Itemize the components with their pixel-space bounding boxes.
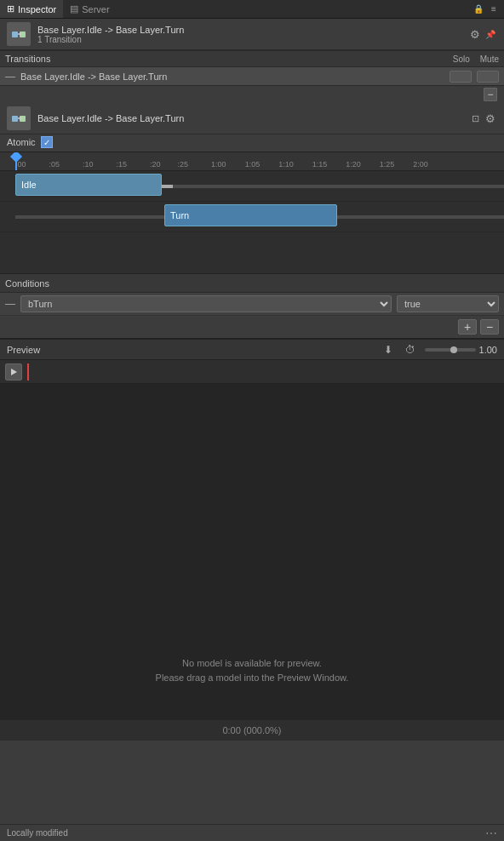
no-model-line1: No model is available for preview. xyxy=(156,656,349,672)
transition-row[interactable]: — Base Layer.Idle -> Base Layer.Turn xyxy=(0,67,504,86)
sub-panel-transition-icon xyxy=(7,106,31,130)
ruler-label-3: :15 xyxy=(117,160,128,169)
mute-label: Mute xyxy=(480,54,499,64)
ruler-labels: :00 :05 :10 :15 :20 :25 1:00 1:05 1:10 1… xyxy=(0,152,447,169)
clip-turn-label: Turn xyxy=(170,210,189,220)
conditions-label: Conditions xyxy=(5,278,49,289)
inspector-tab-icon: ⊞ xyxy=(7,3,14,14)
tab-bar: ⊞ Inspector ▤ Server 🔒 ≡ xyxy=(0,0,504,19)
header-text: Base Layer.Idle -> Base Layer.Turn 1 Tra… xyxy=(37,25,461,44)
condition-buttons: + − xyxy=(0,316,504,338)
header-title: Base Layer.Idle -> Base Layer.Turn xyxy=(37,25,461,35)
track-row-2: Turn xyxy=(0,202,504,232)
sub-panel-header: Base Layer.Idle -> Base Layer.Turn ⊡ ⚙ xyxy=(0,103,504,134)
tab-bar-right-icons: 🔒 ≡ xyxy=(472,3,501,16)
sub-panel-right-icons: ⊡ ⚙ xyxy=(468,112,497,125)
tab-inspector-label: Inspector xyxy=(18,4,56,14)
preview-canvas: No model is available for preview. Pleas… xyxy=(0,384,504,720)
preview-speed-control: 1.00 xyxy=(425,345,497,355)
ruler-label-6: 1:00 xyxy=(211,160,226,169)
sub-panel-gear-icon[interactable]: ⚙ xyxy=(484,112,497,125)
clip-idle[interactable]: Idle xyxy=(15,174,162,196)
preview-timecode: 0:00 (000.0%) xyxy=(0,720,504,741)
preview-section: Preview ⬇ ⏱ 1.00 No model is available f… xyxy=(0,338,504,741)
ruler-label-4: :20 xyxy=(150,160,161,169)
add-condition-button[interactable]: + xyxy=(458,319,477,335)
sub-panel-title: Base Layer.Idle -> Base Layer.Turn xyxy=(37,113,461,123)
remove-transition-button[interactable]: − xyxy=(484,88,497,101)
sub-panel: Base Layer.Idle -> Base Layer.Turn ⊡ ⚙ xyxy=(0,103,504,134)
ruler-label-8: 1:10 xyxy=(278,160,294,169)
tab-server[interactable]: ▤ Server xyxy=(63,0,116,18)
svg-marker-8 xyxy=(11,369,17,375)
ruler-label-5: :25 xyxy=(178,160,189,169)
status-text: Locally modified xyxy=(7,828,68,838)
ruler-label-7: 1:05 xyxy=(245,160,261,169)
remove-condition-button[interactable]: − xyxy=(480,319,499,335)
mute-toggle[interactable] xyxy=(477,71,499,83)
condition-row: — bTurn true xyxy=(0,293,504,316)
ruler-label-9: 1:15 xyxy=(312,160,328,169)
condition-dash-icon: — xyxy=(5,298,15,310)
play-button[interactable] xyxy=(5,363,22,380)
transitions-section-header: Transitions Solo Mute xyxy=(0,50,504,67)
preview-header: Preview ⬇ ⏱ 1.00 xyxy=(0,340,504,360)
play-icon xyxy=(9,368,18,376)
no-model-message: No model is available for preview. Pleas… xyxy=(156,656,349,686)
atomic-row: Atomic ✓ xyxy=(0,134,504,152)
transition-svg-icon xyxy=(10,26,27,43)
transition-dash-icon: — xyxy=(5,71,15,83)
condition-parameter-select[interactable]: bTurn xyxy=(20,295,392,312)
header-settings-icon[interactable]: ⚙ xyxy=(468,27,482,41)
tab-inspector[interactable]: ⊞ Inspector xyxy=(0,0,63,18)
playhead[interactable] xyxy=(15,152,17,170)
tab-server-label: Server xyxy=(82,4,109,14)
server-tab-icon: ▤ xyxy=(70,3,78,14)
preview-playbar xyxy=(0,360,504,384)
ruler-label-11: 1:25 xyxy=(380,160,395,169)
more-icon[interactable]: ⋯ xyxy=(485,827,497,840)
atomic-checkbox[interactable]: ✓ xyxy=(41,136,53,148)
clip-turn[interactable]: Turn xyxy=(164,204,337,226)
transition-row-label: Base Layer.Idle -> Base Layer.Turn xyxy=(20,72,444,82)
header-subtitle: 1 Transition xyxy=(37,35,461,44)
ruler-label-10: 1:20 xyxy=(346,160,361,169)
timeline-container: :00 :05 :10 :15 :20 :25 1:00 1:05 1:10 1… xyxy=(0,152,504,273)
svg-rect-4 xyxy=(12,116,18,122)
no-model-line2: Please drag a model into the Preview Win… xyxy=(156,671,349,686)
header-right-icons: ⚙ 📌 xyxy=(468,27,497,41)
ruler-label-12: 2:00 xyxy=(413,160,428,169)
menu-icon[interactable]: ≡ xyxy=(487,3,501,16)
conditions-header: Conditions xyxy=(0,274,504,293)
solo-label: Solo xyxy=(453,54,470,64)
sub-panel-svg-icon xyxy=(10,110,27,127)
playbar-position-line xyxy=(27,363,29,380)
solo-toggle[interactable] xyxy=(450,71,472,83)
transition-header-icon xyxy=(7,22,31,46)
transitions-solo-mute: Solo Mute xyxy=(453,54,499,64)
ruler-label-1: :05 xyxy=(49,160,60,169)
preview-speed-value: 1.00 xyxy=(479,345,497,355)
header-section: Base Layer.Idle -> Base Layer.Turn 1 Tra… xyxy=(0,19,504,50)
header-pin-icon[interactable]: 📌 xyxy=(484,27,497,41)
preview-settings-icon[interactable]: ⏱ xyxy=(403,342,418,358)
condition-value-select[interactable]: true xyxy=(397,295,499,312)
transitions-action-row: − xyxy=(0,86,504,103)
svg-rect-0 xyxy=(12,31,18,37)
timeline-tracks: Idle Turn xyxy=(0,171,504,273)
preview-record-icon[interactable]: ⬇ xyxy=(381,342,396,358)
clip-idle-label: Idle xyxy=(21,180,37,190)
lock-icon[interactable]: 🔒 xyxy=(472,3,485,16)
status-bar: Locally modified ⋯ xyxy=(0,824,504,841)
ruler-label-2: :10 xyxy=(83,160,94,169)
atomic-label: Atomic xyxy=(7,137,36,147)
track-row-1: Idle xyxy=(0,171,504,202)
transitions-label: Transitions xyxy=(5,54,453,64)
conditions-section: Conditions — bTurn true + − xyxy=(0,273,504,338)
preview-speed-slider[interactable] xyxy=(425,348,476,352)
timeline-ruler: :00 :05 :10 :15 :20 :25 1:00 1:05 1:10 1… xyxy=(0,152,504,171)
sub-panel-pin-icon[interactable]: ⊡ xyxy=(468,112,482,125)
preview-speed-handle xyxy=(450,346,457,353)
preview-label: Preview xyxy=(7,345,374,355)
